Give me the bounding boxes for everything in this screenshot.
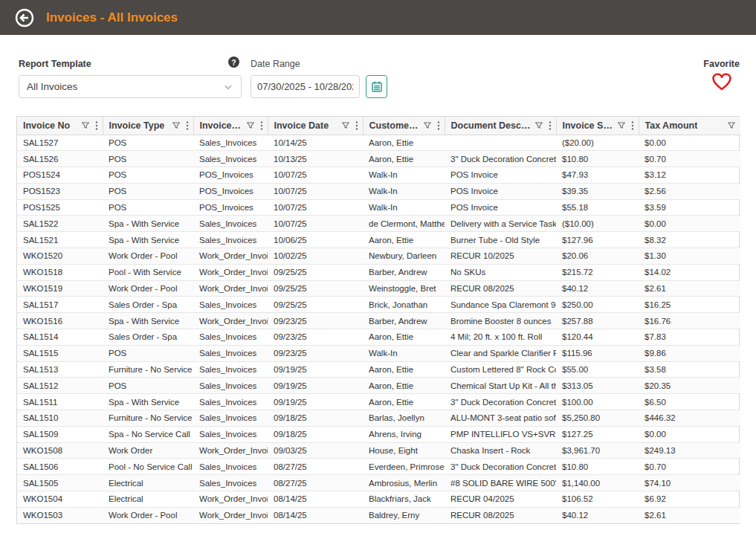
table-row[interactable]: SAL1510Furniture - No ServiceSales_Invoi… [17,410,740,427]
table-cell [445,135,556,151]
table-cell: Work_Order_Invoices [193,442,268,459]
table-cell: $2.61 [639,507,740,523]
table-cell: $127.96 [556,232,639,248]
table-cell: Sales_Invoices [193,361,268,378]
table-row[interactable]: SAL1515POSSales_Invoices09/23/25Walk-InC… [17,345,740,361]
filter-icon[interactable] [172,121,181,130]
date-range-input[interactable] [251,75,360,98]
table-row[interactable]: SAL1517Sales Order - SpaSales_Invoices09… [17,297,740,313]
report-template-select[interactable]: All Invoices [19,75,242,98]
table-cell: $7.83 [639,329,740,346]
table-cell: 09/19/25 [268,394,363,410]
column-header-invoice-subt[interactable]: Invoice Subt... [556,117,639,135]
table-cell: $0.00 [639,135,740,151]
table-row[interactable]: SAL1511Spa - With ServiceSales_Invoices0… [17,394,740,410]
table-cell: $1.30 [639,248,740,265]
column-header-invoice-type[interactable]: Invoice Type [103,117,193,135]
table-cell: $6.50 [639,394,740,410]
table-row[interactable]: SAL1521Spa - With ServiceSales_Invoices1… [17,232,740,248]
calendar-button[interactable] [366,75,387,98]
table-row[interactable]: SAL1513Furniture - No ServiceSales_Invoi… [17,361,740,378]
table-row[interactable]: WKO1519Work Order - PoolWork_Order_Invoi… [17,280,740,297]
table-cell: POS_Invoices [193,199,268,216]
column-header-invoice-date[interactable]: Invoice Date [268,117,363,135]
favorite-button[interactable] [711,72,732,94]
arrow-left-circle-icon [15,8,34,28]
column-menu-icon[interactable] [260,120,263,131]
table-cell: 10/14/25 [268,135,363,151]
table-row[interactable]: SAL1522Spa - With ServiceSales_Invoices1… [17,216,740,232]
table-cell: $127.25 [556,426,639,442]
table-cell: Sales Order - Spa [103,329,193,346]
table-cell: Sales_Invoices [193,151,268,167]
table-row[interactable]: WKO1516Spa - With ServiceWork_Order_Invo… [17,313,740,329]
column-header-customer-na[interactable]: Customer Na... [363,117,445,135]
table-row[interactable]: WKO1508Work OrderWork_Order_Invoices09/0… [17,442,740,459]
filter-icon[interactable] [534,121,543,130]
column-header-label: Invoice Type [109,120,165,131]
table-cell: Sales_Invoices [193,378,268,394]
filter-icon[interactable] [727,121,736,130]
table-cell: 4 Mil; 20 ft. x 100 ft. Roll [445,329,556,346]
table-cell: 09/03/25 [268,442,363,459]
table-row[interactable]: SAL1505ElectricalSales_Invoices08/27/25A… [17,475,740,491]
table-row[interactable]: POS1523POSPOS_Invoices10/07/25Walk-InPOS… [17,183,740,199]
table-row[interactable]: SAL1512POSSales_Invoices09/19/25Aaron, E… [17,378,740,394]
table-row[interactable]: SAL1509Spa - No Service CallSales_Invoic… [17,426,740,442]
column-menu-icon[interactable] [549,120,552,131]
table-cell: POS_Invoices [193,183,268,199]
table-cell: Sales_Invoices [193,297,268,313]
table-cell: POS_Invoices [193,167,268,184]
help-icon[interactable]: ? [228,56,239,68]
table-cell: Spa - With Service [103,232,193,248]
filter-icon[interactable] [81,121,90,130]
table-cell: Ambrosius, Merlin [363,475,445,491]
column-header-tax-amount[interactable]: Tax Amount [639,117,740,135]
table-cell: POS1523 [17,183,103,199]
table-cell: #8 SOLID BARE WIRE 500'RL BAS... [445,475,556,491]
column-menu-icon[interactable] [186,120,189,131]
table-cell: $55.00 [556,361,639,378]
table-cell: Walk-In [363,199,445,216]
table-cell: Pool - No Service Call [103,459,193,475]
table-cell: SAL1514 [17,329,103,346]
table-cell: POS [103,135,193,151]
column-header-invoice-cate[interactable]: Invoice Cate... [193,117,268,135]
back-button[interactable] [15,8,34,28]
table-cell: $1,140.00 [556,475,639,491]
column-header-label: Document Description [451,120,532,131]
table-row[interactable]: WKO1518Pool - With ServiceWork_Order_Inv… [17,264,740,280]
table-cell: POS1524 [17,167,103,184]
table-cell: Sales_Invoices [193,475,268,491]
report-template-value: All Invoices [27,81,77,92]
table-cell: SAL1513 [17,361,103,378]
table-row[interactable]: POS1524POSPOS_Invoices10/07/25Walk-InPOS… [17,167,740,184]
filter-icon[interactable] [423,121,432,130]
table-cell: Spa - With Service [103,216,193,232]
column-header-invoice-no[interactable]: Invoice No [17,117,103,135]
table-row[interactable]: SAL1527POSSales_Invoices10/14/25Aaron, E… [17,135,740,151]
column-menu-icon[interactable] [355,120,358,131]
table-row[interactable]: WKO1520Work Order - PoolWork_Order_Invoi… [17,248,740,265]
table-cell: Burner Tube - Old Style [445,232,556,248]
column-menu-icon[interactable] [631,120,634,131]
table-row[interactable]: WKO1504ElectricalWork_Order_Invoices08/1… [17,491,740,508]
table-cell: $215.72 [556,264,639,280]
table-row[interactable]: POS1525POSPOS_Invoices10/07/25Walk-InPOS… [17,199,740,216]
filter-icon[interactable] [246,121,255,130]
column-menu-icon[interactable] [437,120,440,131]
table-row[interactable]: SAL1506Pool - No Service CallSales_Invoi… [17,459,740,475]
filter-icon[interactable] [341,121,350,130]
table-cell: Bromine Booster 8 ounces [445,313,556,329]
filter-icon[interactable] [617,121,626,130]
table-row[interactable]: SAL1514Sales Order - SpaSales_Invoices09… [17,329,740,346]
table-row[interactable]: SAL1526POSSales_Invoices10/13/25Aaron, E… [17,151,740,167]
column-menu-icon[interactable] [95,120,98,131]
column-header-document-description[interactable]: Document Description [445,117,556,135]
table-cell: SAL1509 [17,426,103,442]
column-header-label: Invoice Subt... [563,120,614,131]
table-cell: $120.44 [556,329,639,346]
table-cell: Aaron, Ettie [363,361,445,378]
table-cell: $250.00 [556,297,639,313]
table-row[interactable]: WKO1503Work Order - PoolWork_Order_Invoi… [17,507,740,523]
